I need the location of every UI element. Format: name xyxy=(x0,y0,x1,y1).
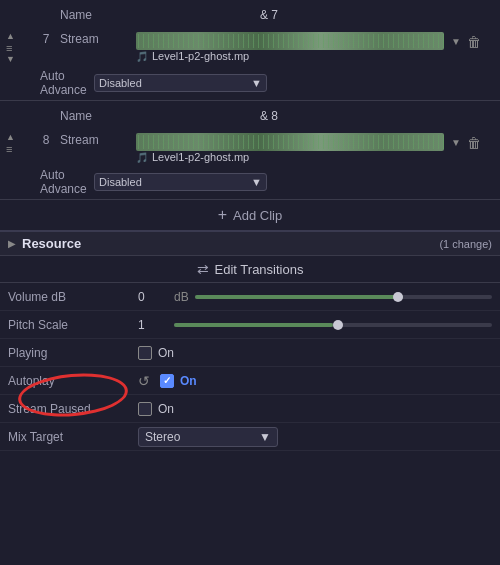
playing-checkbox[interactable] xyxy=(138,346,152,360)
pitch-label: Pitch Scale xyxy=(8,318,138,332)
volume-slider-track[interactable] xyxy=(195,295,492,299)
clip-8-stream-cell[interactable]: ▼ 🎵 Level1-p2-ghost.mp xyxy=(136,133,464,163)
stream-paused-row: Stream Paused On xyxy=(0,395,500,423)
playing-value-cell: On xyxy=(138,346,492,360)
clip-7-auto-advance-value: Disabled xyxy=(99,77,142,89)
clip-8-up-icon[interactable]: ▲ xyxy=(6,133,36,142)
playing-label: Playing xyxy=(8,346,138,360)
mix-target-value-cell: Stereo ▼ xyxy=(138,427,492,447)
clip-7-file-icon: 🎵 xyxy=(136,51,148,62)
clip-8-menu-icon[interactable]: ≡ xyxy=(6,143,36,155)
clip-7-number: 7 xyxy=(36,32,56,46)
volume-slider-fill xyxy=(195,295,403,299)
clip-7-auto-advance-label: Auto Advance xyxy=(36,69,86,97)
pitch-slider-thumb[interactable] xyxy=(333,320,343,330)
autoplay-row: Autoplay ↺ On xyxy=(0,367,500,395)
autoplay-reset-icon[interactable]: ↺ xyxy=(138,373,150,389)
stream-paused-label: Stream Paused xyxy=(8,402,138,416)
clip-7-auto-advance-dropdown[interactable]: Disabled ▼ xyxy=(94,74,267,92)
clip-7-waveform xyxy=(136,32,444,50)
volume-row: Volume dB 0 dB xyxy=(0,283,500,311)
resource-title: Resource xyxy=(22,236,81,251)
resource-header[interactable]: ▶ Resource (1 change) xyxy=(0,232,500,256)
clip-7-stream-label: Stream xyxy=(56,32,136,46)
volume-label: Volume dB xyxy=(8,290,138,304)
edit-transitions-button[interactable]: ⇄ Edit Transitions xyxy=(0,256,500,283)
pitch-slider-fill xyxy=(174,323,333,327)
stream-paused-value-cell: On xyxy=(138,402,492,416)
mix-target-label: Mix Target xyxy=(8,430,138,444)
clip-7-stream-dropdown[interactable]: ▼ xyxy=(448,33,464,49)
mix-target-dropdown[interactable]: Stereo ▼ xyxy=(138,427,278,447)
autoplay-checkbox[interactable] xyxy=(160,374,174,388)
volume-slider-container[interactable] xyxy=(195,295,492,299)
volume-unit: dB xyxy=(174,290,189,304)
clip-7-delete-button[interactable]: 🗑 xyxy=(464,32,484,52)
autoplay-on-label: On xyxy=(180,374,197,388)
clip-8-name-label: Name xyxy=(56,109,260,123)
clip-8-delete-button[interactable]: 🗑 xyxy=(464,133,484,153)
clip-8-auto-advance-dropdown[interactable]: Disabled ▼ xyxy=(94,173,267,191)
add-clip-button[interactable]: + Add Clip xyxy=(0,200,500,230)
clip-7-auto-advance-arrow: ▼ xyxy=(251,77,262,89)
volume-value-cell: 0 dB xyxy=(138,290,492,304)
clip-7-move-controls[interactable]: ▲ ≡ ▼ xyxy=(6,32,36,64)
clip-8-stream-dropdown[interactable]: ▼ xyxy=(448,134,464,150)
mix-target-value: Stereo xyxy=(145,430,180,444)
clip-8-auto-advance-value: Disabled xyxy=(99,176,142,188)
mix-target-arrow-icon: ▼ xyxy=(259,430,271,444)
volume-value: 0 xyxy=(138,290,168,304)
clip-7-name-value: & 7 xyxy=(260,8,464,22)
transitions-icon: ⇄ xyxy=(197,261,209,277)
volume-slider-thumb[interactable] xyxy=(393,292,403,302)
pitch-value-cell: 1 xyxy=(138,318,492,332)
clip-8-stream-label: Stream xyxy=(56,133,136,147)
pitch-slider-container[interactable] xyxy=(174,323,492,327)
clip-8-number: 8 xyxy=(36,133,56,147)
clip-8-file-icon: 🎵 xyxy=(136,152,148,163)
clip-8-waveform xyxy=(136,133,444,151)
stream-paused-on-label: On xyxy=(158,402,174,416)
playing-row: Playing On xyxy=(0,339,500,367)
clip-8-move-controls[interactable]: ▲ ≡ xyxy=(6,133,36,155)
clip-8-file-name: Level1-p2-ghost.mp xyxy=(152,151,249,163)
clip-8-auto-advance-arrow: ▼ xyxy=(251,176,262,188)
add-clip-plus-icon: + xyxy=(218,206,227,224)
pitch-value: 1 xyxy=(138,318,168,332)
stream-paused-checkbox[interactable] xyxy=(138,402,152,416)
clip-7-name-label: Name xyxy=(56,8,260,22)
autoplay-value-cell: ↺ On xyxy=(138,373,492,389)
clip-7-up-icon[interactable]: ▲ xyxy=(6,32,36,41)
pitch-slider-track[interactable] xyxy=(174,323,492,327)
clip-8-name-value: & 8 xyxy=(260,109,464,123)
autoplay-label: Autoplay xyxy=(8,374,138,388)
resource-chevron-icon: ▶ xyxy=(8,238,16,249)
clip-7-down-icon[interactable]: ▼ xyxy=(6,55,36,64)
pitch-row: Pitch Scale 1 xyxy=(0,311,500,339)
mix-target-row: Mix Target Stereo ▼ xyxy=(0,423,500,451)
clip-7-stream-cell[interactable]: ▼ 🎵 Level1-p2-ghost.mp xyxy=(136,32,464,62)
playing-on-label: On xyxy=(158,346,174,360)
clip-8-auto-advance-label: Auto Advance xyxy=(36,168,86,196)
clip-7-menu-icon[interactable]: ≡ xyxy=(6,42,36,54)
resource-change-badge: (1 change) xyxy=(439,238,492,250)
clip-7-file-name: Level1-p2-ghost.mp xyxy=(152,50,249,62)
add-clip-label: Add Clip xyxy=(233,208,282,223)
edit-transitions-label: Edit Transitions xyxy=(215,262,304,277)
